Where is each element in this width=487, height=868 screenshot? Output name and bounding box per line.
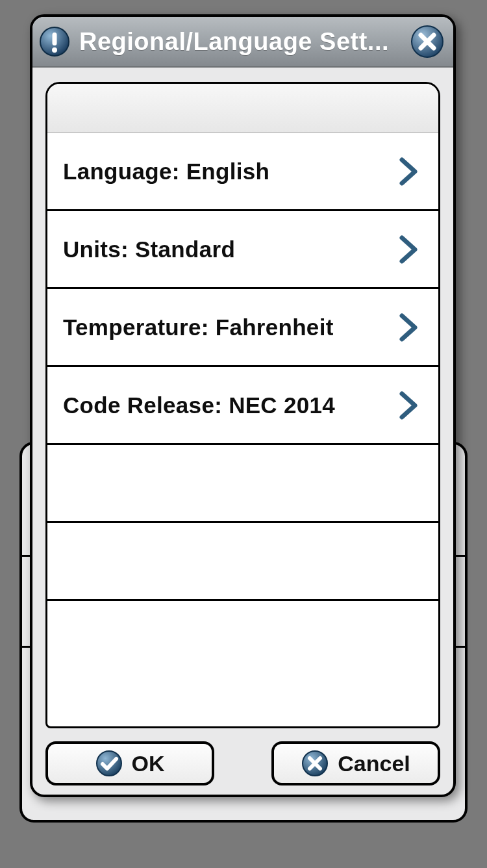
x-circle-icon — [301, 750, 329, 777]
ok-button[interactable]: OK — [45, 741, 214, 785]
cancel-button[interactable]: Cancel — [271, 741, 440, 785]
svg-point-2 — [52, 47, 57, 53]
row-empty — [47, 523, 438, 601]
row-label: Temperature: Fahrenheit — [63, 314, 398, 340]
row-temperature[interactable]: Temperature: Fahrenheit — [47, 289, 438, 367]
button-bar: OK Cancel — [32, 735, 453, 795]
row-code-release[interactable]: Code Release: NEC 2014 — [47, 367, 438, 445]
row-empty — [47, 445, 438, 523]
settings-list: Language: English Units: Standard Temper… — [45, 82, 440, 728]
row-language[interactable]: Language: English — [47, 133, 438, 211]
check-circle-icon — [95, 750, 123, 777]
ok-button-label: OK — [132, 751, 165, 776]
dialog-body: Language: English Units: Standard Temper… — [32, 68, 453, 735]
chevron-right-icon — [398, 390, 419, 421]
rows-container: Language: English Units: Standard Temper… — [47, 133, 438, 726]
row-units[interactable]: Units: Standard — [47, 211, 438, 289]
row-label: Units: Standard — [63, 236, 398, 262]
list-header — [47, 84, 438, 133]
row-empty — [47, 601, 438, 679]
regional-language-settings-dialog: Regional/Language Sett... Language: Engl… — [30, 14, 456, 797]
titlebar: Regional/Language Sett... — [32, 17, 453, 68]
alert-icon — [39, 26, 70, 57]
chevron-right-icon — [398, 156, 419, 187]
svg-rect-1 — [53, 32, 57, 45]
chevron-right-icon — [398, 234, 419, 265]
close-button[interactable] — [410, 25, 444, 58]
cancel-button-label: Cancel — [338, 751, 410, 776]
chevron-right-icon — [398, 312, 419, 343]
row-label: Code Release: NEC 2014 — [63, 392, 398, 418]
svg-point-4 — [97, 751, 121, 776]
dialog-title: Regional/Language Sett... — [79, 28, 401, 56]
row-label: Language: English — [63, 159, 398, 185]
